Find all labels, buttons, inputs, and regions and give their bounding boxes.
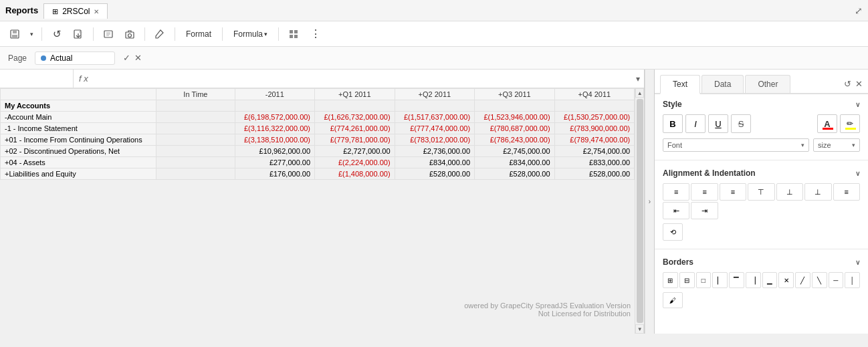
- border-color-button[interactable]: 🖌: [663, 292, 683, 308]
- cell-value[interactable]: [156, 134, 235, 146]
- tab-data[interactable]: Data: [701, 75, 744, 93]
- row-label[interactable]: +02 - Discontinued Operations, Net: [1, 146, 156, 157]
- cell-value[interactable]: £(780,687,000.00): [475, 123, 555, 134]
- cell-value[interactable]: £10,962,000.00: [235, 146, 315, 157]
- cell-value[interactable]: £(779,781,000.00): [315, 134, 395, 146]
- row-label[interactable]: My Accounts: [1, 100, 156, 112]
- save-dropdown-button[interactable]: ▾: [27, 25, 36, 43]
- paint-button[interactable]: [150, 25, 169, 43]
- cell-value[interactable]: [156, 157, 235, 168]
- style-section-header[interactable]: Style ∨: [663, 100, 860, 109]
- row-label[interactable]: +Liabilities and Equity: [1, 168, 156, 180]
- indent-left-button[interactable]: ⇤: [663, 202, 689, 219]
- scroll-down-button[interactable]: ▼: [635, 324, 644, 334]
- cell-value[interactable]: £(6,198,572,000.00): [235, 112, 315, 123]
- cell-value[interactable]: [156, 112, 235, 123]
- borders-section-header[interactable]: Borders ∨: [663, 257, 860, 267]
- side-handle[interactable]: ›: [645, 70, 654, 334]
- cell-value[interactable]: £(783,900,000.00): [554, 123, 635, 134]
- font-select[interactable]: Font ▾: [663, 138, 809, 152]
- border-inner-h-button[interactable]: ─: [829, 272, 844, 288]
- border-left-button[interactable]: ▏: [712, 272, 728, 288]
- panel-refresh-icon[interactable]: ↺: [844, 79, 851, 89]
- wrap-button[interactable]: ⟲: [663, 223, 683, 241]
- format-button[interactable]: Format: [181, 27, 217, 41]
- scroll-up-button[interactable]: ▲: [635, 88, 644, 98]
- border-none-button[interactable]: ✕: [778, 272, 794, 288]
- formula-button[interactable]: Formula ▾: [228, 27, 273, 41]
- grid-button[interactable]: [284, 25, 303, 43]
- align-middle-button[interactable]: ⊥: [776, 183, 803, 201]
- border-all-button[interactable]: ⊞: [663, 272, 678, 288]
- camera-button[interactable]: [120, 25, 139, 43]
- cell-value[interactable]: £(1,626,732,000.00): [315, 112, 395, 123]
- cell-value[interactable]: £(774,261,000.00): [315, 123, 395, 134]
- cell-value[interactable]: £(1,408,000.00): [315, 168, 395, 180]
- row-label[interactable]: +04 - Assets: [1, 157, 156, 168]
- cell-value[interactable]: [156, 100, 235, 112]
- border-diag2-button[interactable]: ╲: [812, 272, 827, 288]
- font-color-button[interactable]: A: [817, 114, 837, 133]
- italic-button[interactable]: I: [685, 114, 706, 133]
- maximize-icon[interactable]: ⤢: [855, 5, 863, 16]
- save-button[interactable]: [5, 25, 24, 43]
- cell-value[interactable]: £(1,523,946,000.00): [475, 112, 555, 123]
- cell-value[interactable]: £(3,116,322,000.00): [235, 123, 315, 134]
- cell-value[interactable]: £2,754,000.00: [554, 146, 635, 157]
- tab-close-icon[interactable]: ✕: [94, 8, 99, 15]
- cell-value[interactable]: [156, 168, 235, 180]
- page-actual-field[interactable]: Actual: [35, 51, 115, 65]
- cell-value[interactable]: [156, 146, 235, 157]
- cell-value[interactable]: £(3,138,510,000.00): [235, 134, 315, 146]
- cell-value[interactable]: £(783,012,000.00): [395, 134, 475, 146]
- strikethrough-button[interactable]: S: [731, 114, 751, 133]
- cell-value[interactable]: £2,736,000.00: [395, 146, 475, 157]
- more-button[interactable]: ⋮: [306, 25, 324, 43]
- border-bottom-button[interactable]: ▁: [762, 272, 778, 288]
- panel-close-icon[interactable]: ✕: [855, 79, 863, 89]
- formula-expand-icon[interactable]: ▾: [632, 74, 644, 84]
- scroll-thumb[interactable]: [637, 99, 643, 323]
- border-inside-button[interactable]: ⊟: [679, 272, 695, 288]
- page-check-icon[interactable]: ✓: [123, 53, 130, 63]
- cell-value[interactable]: [235, 100, 315, 112]
- page-close-icon[interactable]: ✕: [134, 53, 142, 63]
- cell-value[interactable]: £528,000.00: [554, 168, 635, 180]
- border-inner-v-button[interactable]: │: [845, 272, 860, 288]
- border-right-button[interactable]: ▕: [746, 272, 761, 288]
- cell-value[interactable]: £(789,474,000.00): [554, 134, 635, 146]
- highlight-color-button[interactable]: ✏: [840, 114, 860, 133]
- bold-button[interactable]: B: [663, 114, 683, 133]
- tab-other[interactable]: Other: [745, 75, 790, 93]
- size-select[interactable]: size ▾: [813, 138, 860, 152]
- cell-value[interactable]: £528,000.00: [395, 168, 475, 180]
- tab-2rscol[interactable]: ⊞ 2RSCol ✕: [43, 3, 108, 19]
- cell-value[interactable]: £2,727,000.00: [315, 146, 395, 157]
- cell-value[interactable]: £(1,517,637,000.00): [395, 112, 475, 123]
- cell-value[interactable]: £176,000.00: [235, 168, 315, 180]
- row-label[interactable]: -1 - Income Statement: [1, 123, 156, 134]
- align-top-button[interactable]: ⊤: [748, 183, 774, 201]
- cell-value[interactable]: £834,000.00: [475, 157, 555, 168]
- border-outside-button[interactable]: □: [696, 272, 712, 288]
- refresh-button[interactable]: ↺: [47, 25, 66, 43]
- cell-reference[interactable]: [0, 70, 74, 88]
- formula-input[interactable]: [94, 73, 632, 85]
- cell-value[interactable]: £833,000.00: [554, 157, 635, 168]
- underline-button[interactable]: U: [708, 114, 728, 133]
- cell-value[interactable]: [554, 100, 635, 112]
- indent-right-button[interactable]: ⇥: [691, 202, 718, 219]
- cell-value[interactable]: £528,000.00: [475, 168, 555, 180]
- cell-value[interactable]: [156, 123, 235, 134]
- align-justify-button[interactable]: ≡: [833, 183, 860, 201]
- export-button[interactable]: [69, 25, 88, 43]
- align-right-button[interactable]: ≡: [720, 183, 746, 201]
- border-top-button[interactable]: ▔: [729, 272, 744, 288]
- align-left-button[interactable]: ≡: [663, 183, 689, 201]
- cell-value[interactable]: £834,000.00: [395, 157, 475, 168]
- grid-scroll[interactable]: In Time -2011 +Q1 2011 +Q2 2011 +Q3 2011…: [0, 88, 635, 334]
- vertical-scrollbar[interactable]: ▲ ▼: [635, 88, 644, 334]
- cell-value[interactable]: £(2,224,000.00): [315, 157, 395, 168]
- cell-value[interactable]: [475, 100, 555, 112]
- row-label[interactable]: -Account Main: [1, 112, 156, 123]
